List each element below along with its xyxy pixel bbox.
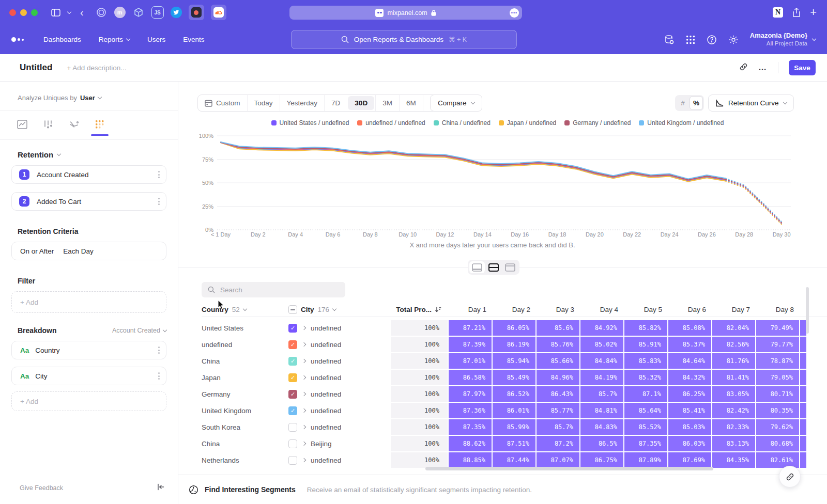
- retention-cell[interactable]: 85.52%: [624, 419, 667, 435]
- browser-sidebar-icon[interactable]: [51, 9, 60, 17]
- tab-funnels[interactable]: [41, 118, 55, 131]
- retention-cell[interactable]: 86.52%: [493, 386, 535, 402]
- day-column-header[interactable]: Day 8: [756, 306, 800, 313]
- retention-cell[interactable]: 86.01%: [493, 403, 535, 418]
- range-yesterday[interactable]: Yesterday: [280, 95, 325, 111]
- range-6m[interactable]: 6M: [399, 95, 423, 111]
- step-event-name[interactable]: Account Created: [37, 171, 89, 179]
- retention-cell[interactable]: 80.71%: [756, 386, 799, 402]
- range-today[interactable]: Today: [247, 95, 280, 111]
- save-button[interactable]: Save: [789, 60, 816, 75]
- pinned-tab-mixpanel-icon[interactable]: [189, 5, 204, 20]
- tab-retention[interactable]: [93, 118, 106, 131]
- extension-m-icon[interactable]: m: [114, 7, 126, 18]
- retention-cell[interactable]: 84.96%: [537, 370, 579, 385]
- series-checkbox[interactable]: [288, 423, 297, 432]
- retention-cell[interactable]: 82.61%: [756, 452, 799, 468]
- retention-cell[interactable]: 85.41%: [668, 403, 711, 418]
- step-card-1[interactable]: 1 Account Created: [11, 165, 166, 184]
- retention-cell[interactable]: 79.49%: [756, 320, 799, 336]
- expand-row-icon[interactable]: [302, 408, 306, 413]
- retention-cell[interactable]: 85.64%: [624, 403, 667, 418]
- city-column-header[interactable]: City 176: [288, 305, 391, 314]
- retention-cell[interactable]: 85.03%: [668, 419, 711, 435]
- extension-cube-icon[interactable]: [132, 6, 145, 19]
- retention-cell[interactable]: 87.35%: [624, 436, 667, 451]
- retention-cell[interactable]: 84.32%: [668, 370, 711, 385]
- nav-item-events[interactable]: Events: [183, 36, 204, 43]
- extension-js-icon[interactable]: JS: [151, 6, 164, 19]
- retention-cell[interactable]: 87.44%: [493, 452, 535, 468]
- retention-cell[interactable]: 79.62%: [756, 419, 799, 435]
- add-breakdown-button[interactable]: + Add: [11, 391, 166, 411]
- legend-item[interactable]: Japan / undefined: [499, 119, 556, 127]
- country-cell[interactable]: Netherlands: [202, 456, 288, 464]
- day-column-header[interactable]: Day 4: [580, 306, 624, 313]
- series-checkbox[interactable]: ✓: [288, 390, 297, 399]
- tab-insights[interactable]: [16, 118, 29, 131]
- criteria-card[interactable]: On or After Each Day: [11, 242, 166, 260]
- retention-cell[interactable]: 85.49%: [493, 370, 535, 385]
- retention-cell[interactable]: 86.05%: [493, 320, 535, 336]
- series-checkbox[interactable]: ✓: [288, 357, 297, 366]
- legend-item[interactable]: United States / undefined: [271, 119, 349, 127]
- nav-item-dashboards[interactable]: Dashboards: [43, 36, 81, 43]
- series-checkbox[interactable]: ✓: [288, 373, 297, 382]
- country-cell[interactable]: Germany: [202, 390, 288, 398]
- collapse-sidebar-icon[interactable]: [157, 483, 165, 493]
- retention-cell[interactable]: 82.42%: [712, 403, 755, 418]
- day-column-header[interactable]: Day 5: [624, 306, 668, 313]
- retention-cell[interactable]: 87.07%: [537, 452, 579, 468]
- legend-item[interactable]: undefined / undefined: [357, 119, 425, 127]
- total-column-header[interactable]: Total Pro...: [391, 306, 449, 313]
- breakdown-property[interactable]: City: [35, 372, 47, 380]
- chart-only-view-icon[interactable]: [469, 261, 485, 273]
- series-checkbox[interactable]: [288, 456, 297, 465]
- legend-item[interactable]: United Kingdom / undefined: [639, 119, 724, 127]
- retention-cell[interactable]: 85.37%: [668, 337, 711, 352]
- retention-cell[interactable]: 83.13%: [712, 436, 755, 451]
- retention-cell[interactable]: 87.1%: [624, 386, 667, 402]
- retention-cell[interactable]: 85.83%: [624, 353, 667, 369]
- retention-cell[interactable]: 85.7%: [580, 386, 623, 402]
- retention-cell[interactable]: 86.03%: [668, 436, 711, 451]
- expand-row-icon[interactable]: [302, 375, 306, 380]
- data-management-icon[interactable]: [664, 35, 675, 45]
- retention-cell[interactable]: 86.25%: [668, 386, 711, 402]
- table-search-input[interactable]: Search: [202, 282, 345, 297]
- retention-cell[interactable]: 82.04%: [712, 320, 755, 336]
- retention-cell[interactable]: 84.19%: [580, 370, 623, 385]
- retention-cell[interactable]: 84.35%: [712, 452, 755, 468]
- retention-cell[interactable]: 84.64%: [668, 353, 711, 369]
- criteria-each-day[interactable]: Each Day: [63, 247, 94, 255]
- chart-type-selector[interactable]: Retention Curve: [708, 94, 794, 112]
- share-link-fab[interactable]: [779, 466, 801, 487]
- retention-cell[interactable]: 81.41%: [712, 370, 755, 385]
- retention-cell[interactable]: 87.89%: [624, 452, 667, 468]
- day-column-header[interactable]: Day 2: [493, 306, 537, 313]
- retention-cell[interactable]: 84.81%: [580, 403, 623, 418]
- window-controls[interactable]: [9, 9, 38, 16]
- range-3m[interactable]: 3M: [375, 95, 399, 111]
- retention-cell[interactable]: 87.51%: [493, 436, 535, 451]
- retention-cell[interactable]: 85.32%: [624, 370, 667, 385]
- legend-item[interactable]: Germany / undefined: [564, 119, 631, 127]
- country-cell[interactable]: South Korea: [202, 423, 288, 431]
- series-checkbox[interactable]: ✓: [288, 340, 297, 349]
- retention-cell[interactable]: 85.91%: [624, 337, 667, 352]
- day-column-header[interactable]: Day 1: [449, 306, 493, 313]
- give-feedback-link[interactable]: Give Feedback: [20, 484, 63, 492]
- country-column-header[interactable]: Country 52: [202, 306, 288, 313]
- expand-row-icon[interactable]: [302, 342, 306, 346]
- day-column-header[interactable]: Day 6: [668, 306, 712, 313]
- retention-cell[interactable]: 86.58%: [449, 370, 492, 385]
- series-checkbox[interactable]: ✓: [288, 406, 297, 415]
- retention-cell[interactable]: 87.97%: [449, 386, 492, 402]
- retention-cell[interactable]: 87.36%: [449, 403, 492, 418]
- retention-cell[interactable]: 85.7%: [537, 419, 579, 435]
- retention-cell[interactable]: 87.21%: [449, 320, 492, 336]
- extension-bird-icon[interactable]: [171, 7, 182, 18]
- retention-cell[interactable]: 82.33%: [712, 419, 755, 435]
- retention-cell[interactable]: 83.05%: [712, 386, 755, 402]
- report-title[interactable]: Untitled: [20, 62, 52, 73]
